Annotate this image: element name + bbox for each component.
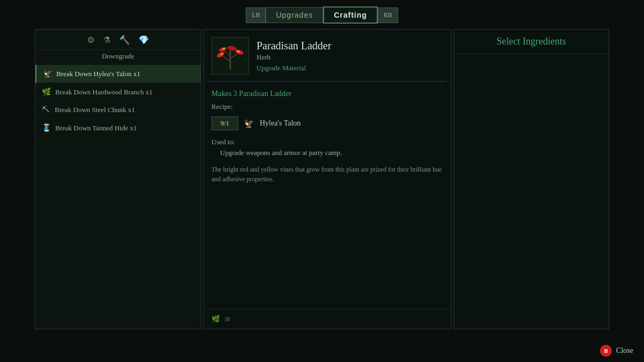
item-description: The bright red and yellow vines that gro… bbox=[211, 165, 443, 184]
close-button-icon[interactable]: B bbox=[600, 345, 612, 357]
used-to-label: Used to: bbox=[211, 138, 443, 146]
item-type: Herb bbox=[257, 53, 443, 62]
ingredient-count: 9/1 bbox=[211, 116, 238, 130]
ingredient-icon: 🦅 bbox=[244, 119, 254, 129]
recipe-icon-1: 🦅 bbox=[43, 69, 52, 78]
bottom-bar: B Close bbox=[600, 345, 633, 357]
recipe-item-4[interactable]: 🧵 Break Down Tanned Hide x1 bbox=[35, 119, 201, 137]
item-subtype: Upgrade Material bbox=[257, 64, 443, 72]
downgrade-icon-4: 💎 bbox=[138, 35, 149, 45]
recipe-label-3: Break Down Steel Chunk x1 bbox=[55, 106, 135, 114]
item-name: Paradisan Ladder bbox=[257, 40, 443, 52]
item-info: Paradisan Ladder Herb Upgrade Material bbox=[257, 40, 443, 72]
middle-footer: 🌿 :0 bbox=[204, 309, 451, 329]
recipe-icon-4: 🧵 bbox=[42, 123, 51, 132]
top-navigation: LB Upgrades Crafting RB bbox=[0, 0, 644, 29]
right-panel: Select Ingredients bbox=[453, 29, 609, 329]
used-to-text: Upgrade weapons and armor at party camp. bbox=[220, 149, 443, 157]
left-panel: ⚙ ⚗ 🔨 💎 Downgrade 🦅 Break Down Hylea's T… bbox=[35, 29, 201, 329]
recipe-label-4: Break Down Tanned Hide x1 bbox=[55, 124, 137, 132]
left-panel-header: ⚙ ⚗ 🔨 💎 bbox=[35, 29, 201, 50]
recipe-label-1: Break Down Hylea's Talon x1 bbox=[56, 70, 140, 78]
recipe-icon-2: 🌿 bbox=[42, 87, 51, 97]
close-label: Close bbox=[616, 346, 633, 355]
downgrade-icon-2: ⚗ bbox=[103, 35, 111, 45]
herb-svg bbox=[214, 40, 246, 72]
item-image bbox=[211, 37, 249, 75]
middle-content: Makes 3 Paradisan Ladder Recipe: 9/1 🦅 H… bbox=[204, 82, 451, 309]
item-header: Paradisan Ladder Herb Upgrade Material bbox=[204, 29, 451, 82]
makes-label: Makes 3 Paradisan Ladder bbox=[211, 90, 443, 98]
recipe-item-3[interactable]: ⛏ Break Down Steel Chunk x1 bbox=[35, 101, 201, 119]
recipe-item-1[interactable]: 🦅 Break Down Hylea's Talon x1 bbox=[35, 65, 201, 83]
lb-trigger[interactable]: LB bbox=[246, 8, 266, 23]
downgrade-icon-3: 🔨 bbox=[119, 35, 130, 45]
main-layout: ⚙ ⚗ 🔨 💎 Downgrade 🦅 Break Down Hylea's T… bbox=[35, 29, 609, 329]
right-panel-title: Select Ingredients bbox=[454, 29, 609, 54]
category-label: Downgrade bbox=[35, 50, 201, 65]
downgrade-icon-1: ⚙ bbox=[87, 35, 94, 45]
middle-panel: Paradisan Ladder Herb Upgrade Material M… bbox=[203, 29, 451, 329]
crafting-tab[interactable]: Crafting bbox=[323, 6, 378, 24]
used-to-section: Used to: Upgrade weapons and armor at pa… bbox=[211, 138, 443, 184]
recipe-list: 🦅 Break Down Hylea's Talon x1 🌿 Break Do… bbox=[35, 65, 201, 329]
footer-icon: 🌿 bbox=[211, 315, 220, 323]
footer-count: :0 bbox=[224, 315, 230, 323]
recipe-section-label: Recipe: bbox=[211, 102, 443, 111]
recipe-label-2: Break Down Hardwood Branch x1 bbox=[55, 88, 152, 97]
ingredient-name: Hylea's Talon bbox=[260, 119, 301, 128]
upgrades-tab[interactable]: Upgrades bbox=[266, 7, 323, 23]
rb-trigger[interactable]: RB bbox=[378, 8, 398, 23]
ingredient-row: 9/1 🦅 Hylea's Talon bbox=[211, 116, 443, 130]
recipe-item-2[interactable]: 🌿 Break Down Hardwood Branch x1 bbox=[35, 83, 201, 101]
recipe-icon-3: ⛏ bbox=[42, 106, 50, 114]
right-panel-content bbox=[454, 54, 609, 329]
